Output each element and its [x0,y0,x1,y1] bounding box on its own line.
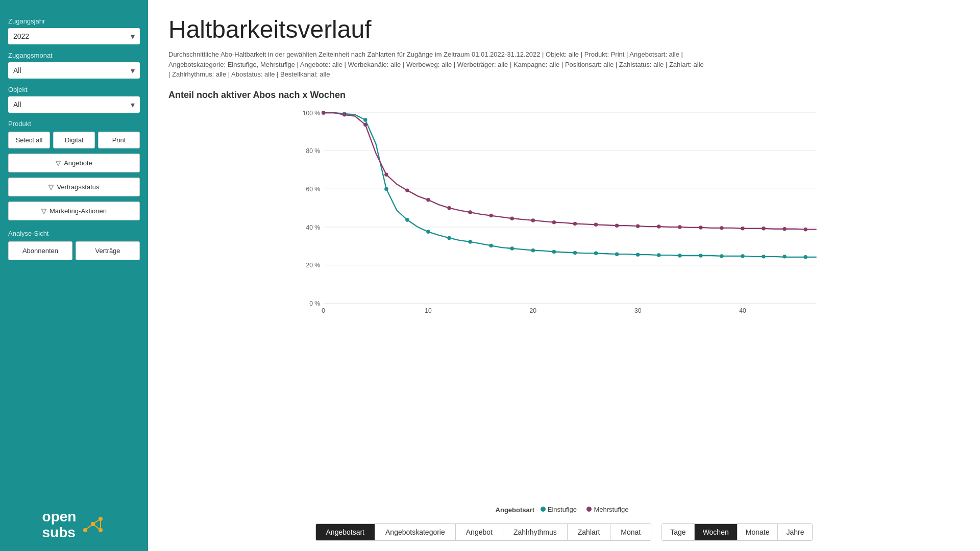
svg-text:60 %: 60 % [306,186,320,193]
svg-point-33 [489,243,493,247]
svg-text:80 %: 80 % [306,147,320,155]
svg-point-43 [699,254,702,257]
filter-icon-3: ▽ [41,207,46,215]
print-button[interactable]: Print [98,132,140,148]
svg-point-61 [573,221,577,225]
objekt-select[interactable]: All [8,96,140,113]
svg-text:0: 0 [322,307,325,314]
zugangsjahr-section: Zugangsjahr 2022 [8,10,140,44]
svg-point-56 [468,210,472,214]
svg-point-50 [342,113,346,116]
filter-icon-2: ▽ [48,183,54,191]
chart-svg: 100 % 80 % 60 % 40 % 20 % 0 % 0 10 20 30… [168,106,960,320]
tab-wochen[interactable]: Wochen [695,524,738,540]
svg-point-29 [405,218,409,221]
main-content: Haltbarkeitsverlauf Durchschnittliche Ab… [148,0,980,551]
logo-line2: subs [42,525,77,541]
svg-point-47 [782,255,786,258]
legend-area: Angebotsart Einstufige Mehrstufige [168,506,960,514]
legend-title: Angebotsart [496,506,535,513]
analyse-label: Analyse-Sicht [8,230,140,237]
svg-point-55 [447,206,451,209]
svg-point-32 [468,240,472,243]
svg-text:30: 30 [634,307,642,314]
produkt-label: Produkt [8,120,140,128]
svg-point-34 [510,246,514,250]
chart-title: Anteil noch aktiver Abos nach x Wochen [168,90,960,101]
svg-point-67 [699,226,702,229]
mehrstufige-dot [586,507,592,512]
svg-line-6 [93,524,101,530]
zugangsjahr-select[interactable]: 2022 [8,28,140,44]
svg-text:0 %: 0 % [309,300,320,307]
tab-zahlart[interactable]: Zahlart [568,524,611,540]
tab-monate[interactable]: Monate [738,524,778,540]
zugangsjahr-label: Zugangsjahr [8,17,140,25]
objekt-section: Objekt All [8,79,140,113]
svg-point-51 [363,122,367,126]
svg-point-57 [489,213,493,217]
svg-point-70 [762,227,765,230]
einstufige-label: Einstufige [548,506,577,513]
svg-point-42 [678,254,681,257]
tab-angebotsart[interactable]: Angebotsart [316,524,376,540]
chart-container: 100 % 80 % 60 % 40 % 20 % 0 % 0 10 20 30… [168,106,960,500]
svg-point-64 [636,224,640,228]
vertragsstatus-filter-button[interactable]: ▽ Vertragsstatus [8,178,140,196]
tab-jahre[interactable]: Jahre [778,524,812,540]
sidebar: Zugangsjahr 2022 Zugangsmonat All Objekt… [0,0,148,551]
tab-group-1: Angebotsart Angebotskategorie Angebot Za… [315,523,652,541]
svg-point-65 [657,224,660,228]
produkt-buttons: Select all Digital Print [8,132,140,148]
marketing-filter-button[interactable]: ▽ Marketing-Aktionen [8,202,140,220]
analyse-buttons: Abonnenten Verträge [8,241,140,260]
svg-text:100 %: 100 % [303,109,321,116]
svg-point-62 [594,222,598,226]
tab-tage[interactable]: Tage [662,524,694,540]
select-all-button[interactable]: Select all [8,132,50,148]
svg-line-5 [93,519,101,524]
svg-point-44 [720,254,723,258]
legend-einstufige: Einstufige [541,506,577,513]
svg-point-48 [803,255,807,259]
svg-point-40 [636,253,640,256]
zugangsmonat-select[interactable]: All [8,62,140,79]
vertraege-button[interactable]: Verträge [76,241,140,260]
digital-button[interactable]: Digital [53,132,95,148]
logo-line1: open [42,509,77,525]
svg-point-71 [782,227,786,231]
angebote-label: Angebote [64,159,92,167]
logo-area: open subs [8,499,140,541]
svg-point-63 [615,223,619,227]
svg-point-52 [384,172,388,176]
tab-zahlrhythmus[interactable]: Zahlrhythmus [503,524,568,540]
svg-point-60 [552,220,556,223]
abonnenten-button[interactable]: Abonnenten [8,241,72,260]
zugangsmonat-label: Zugangsmonat [8,52,140,59]
svg-point-72 [803,227,807,231]
svg-point-38 [594,251,598,255]
svg-point-39 [615,252,619,256]
svg-point-68 [720,226,723,230]
vertragsstatus-label: Vertragsstatus [57,183,99,191]
svg-text:20: 20 [530,307,537,314]
svg-point-27 [363,118,367,121]
zugangsmonat-section: Zugangsmonat All [8,44,140,79]
legend-mehrstufige: Mehrstufige [586,506,628,513]
svg-point-46 [762,255,765,258]
tab-monat[interactable]: Monat [610,524,651,540]
svg-point-59 [531,218,535,222]
angebote-filter-button[interactable]: ▽ Angebote [8,154,140,172]
svg-point-54 [426,198,430,202]
tab-angebotskategorie[interactable]: Angebotskategorie [375,524,456,540]
svg-point-49 [322,111,325,114]
svg-point-66 [678,225,681,229]
mehrstufige-label: Mehrstufige [594,506,628,513]
tab-angebot[interactable]: Angebot [456,524,503,540]
mehrstufige-line [324,113,817,230]
marketing-label: Marketing-Aktionen [50,207,107,215]
svg-point-58 [510,216,514,220]
svg-text:40: 40 [739,307,746,314]
page-title: Haltbarkeitsverlauf [168,15,960,43]
description-text: Durchschnittliche Abo-Haltbarkeit in der… [168,49,704,80]
